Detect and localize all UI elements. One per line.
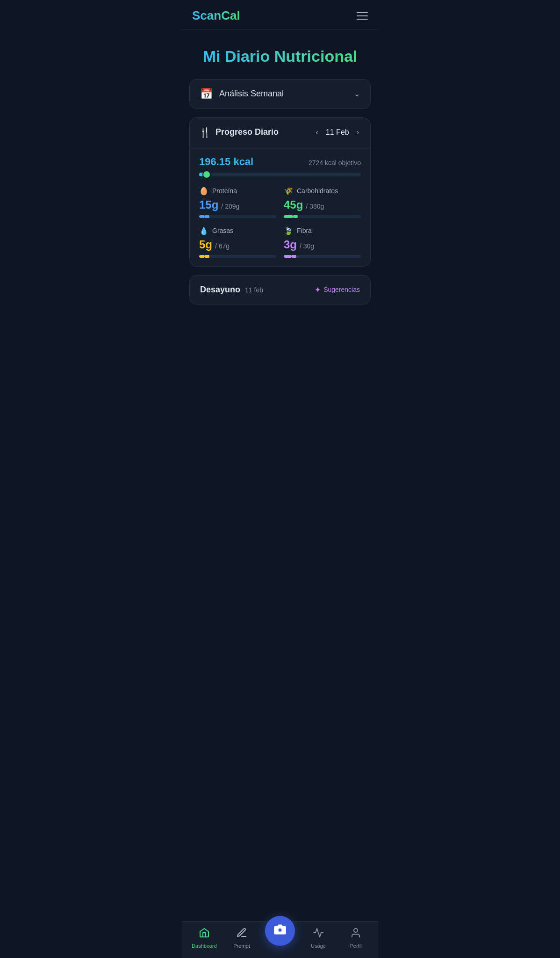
proteina-bar-fill: [199, 215, 205, 218]
calories-row: 196.15 kcal 2724 kcal objetivo: [199, 156, 361, 168]
fork-knife-icon: 🍴: [199, 127, 211, 138]
proteina-max: / 209g: [221, 203, 239, 210]
calories-bar-fill: [199, 173, 210, 176]
grasas-bar-fill: [199, 255, 205, 258]
proteina-value: 15g: [199, 198, 218, 211]
analysis-selector[interactable]: 📅 Análisis Semanal ⌄: [189, 79, 371, 109]
fibra-value: 3g: [284, 238, 297, 251]
fibra-icon: 🍃: [284, 226, 293, 235]
analysis-label: Análisis Semanal: [219, 89, 284, 99]
fibra-bar-fill: [284, 255, 292, 258]
desayuno-card: Desayuno 11 feb ✦ Sugerencias: [189, 275, 371, 305]
grasas-value-row: 5g / 67g: [199, 238, 276, 251]
fibra-max: / 30g: [300, 242, 314, 250]
next-date-button[interactable]: ›: [355, 126, 361, 138]
grasas-value: 5g: [199, 238, 212, 251]
page-title-section: Mi Diario Nutricional: [182, 30, 378, 79]
page-title: Mi Diario Nutricional: [192, 47, 368, 66]
carbohidratos-max: / 380g: [306, 203, 324, 210]
proteina-bar: [199, 215, 276, 218]
dropdown-left: 📅 Análisis Semanal: [200, 88, 284, 100]
carbohidratos-value: 45g: [284, 198, 303, 211]
sugerencias-button[interactable]: ✦ Sugerencias: [315, 285, 360, 294]
grasas-label: Grasas: [212, 227, 233, 234]
desayuno-left: Desayuno 11 feb: [200, 285, 263, 295]
calories-current: 196.15 kcal: [199, 156, 253, 168]
carbohidratos-label-row: 🌾 Carbohidratos: [284, 187, 361, 196]
svg-point-2: [354, 929, 358, 932]
desayuno-date: 11 feb: [245, 286, 263, 294]
proteina-label-row: 🥚 Proteína: [199, 187, 276, 196]
menu-button[interactable]: [357, 12, 368, 20]
calories-goal: 2724 kcal objetivo: [309, 159, 361, 167]
nutrient-proteina: 🥚 Proteína 15g / 209g: [199, 187, 276, 218]
nutrients-grid: 🥚 Proteína 15g / 209g 🌾 Carbohidratos 45…: [199, 187, 361, 258]
progreso-diario-card: 🍴 Progreso Diario ‹ 11 Feb › 196.15 kcal…: [189, 117, 371, 267]
progreso-header: 🍴 Progreso Diario ‹ 11 Feb ›: [199, 126, 361, 138]
app-header: ScanCal: [182, 0, 378, 30]
carbohidratos-bar: [284, 215, 361, 218]
edit-icon: [236, 927, 247, 941]
bottom-navigation: Dashboard Prompt Usage: [182, 921, 378, 958]
activity-icon: [313, 927, 324, 941]
nutrient-grasas: 💧 Grasas 5g / 67g: [199, 226, 276, 258]
usage-label: Usage: [311, 943, 326, 949]
app-logo: ScanCal: [192, 8, 240, 23]
camera-fab-button[interactable]: [265, 916, 295, 946]
nutrient-fibra: 🍃 Fibra 3g / 30g: [284, 226, 361, 258]
perfil-label: Perfil: [350, 943, 361, 949]
sparkle-icon: ✦: [315, 285, 321, 294]
nav-item-perfil[interactable]: Perfil: [342, 927, 370, 949]
grasas-label-row: 💧 Grasas: [199, 226, 276, 235]
fibra-label: Fibra: [297, 227, 312, 234]
chevron-down-icon: ⌄: [354, 89, 360, 98]
nav-item-prompt[interactable]: Prompt: [228, 927, 256, 949]
proteina-label: Proteína: [212, 187, 237, 195]
carbohidratos-value-row: 45g / 380g: [284, 198, 361, 211]
grasas-max: / 67g: [215, 242, 230, 250]
calories-progress-bar: [199, 173, 361, 176]
desayuno-title: Desayuno: [200, 285, 240, 295]
prompt-label: Prompt: [233, 943, 250, 949]
calendar-icon: 📅: [200, 88, 213, 100]
nav-item-usage[interactable]: Usage: [304, 927, 332, 949]
grasas-icon: 💧: [199, 226, 208, 235]
camera-icon: [273, 923, 287, 939]
proteina-value-row: 15g / 209g: [199, 198, 276, 211]
carbohidratos-icon: 🌾: [284, 187, 293, 196]
nutrient-carbohidratos: 🌾 Carbohidratos 45g / 380g: [284, 187, 361, 218]
nav-item-dashboard[interactable]: Dashboard: [190, 927, 218, 949]
fibra-bar: [284, 255, 361, 258]
prev-date-button[interactable]: ‹: [314, 126, 320, 138]
home-icon: [199, 927, 210, 941]
section-divider: [190, 147, 370, 147]
carbohidratos-label: Carbohidratos: [297, 187, 338, 195]
grasas-bar: [199, 255, 276, 258]
person-icon: [350, 927, 361, 941]
sugerencias-label: Sugerencias: [323, 286, 360, 293]
current-date: 11 Feb: [326, 128, 349, 137]
proteina-icon: 🥚: [199, 187, 208, 196]
date-navigation: ‹ 11 Feb ›: [314, 126, 361, 138]
progreso-title: Progreso Diario: [215, 127, 309, 137]
fibra-value-row: 3g / 30g: [284, 238, 361, 251]
carbohidratos-bar-fill: [284, 215, 293, 218]
dashboard-label: Dashboard: [192, 943, 217, 949]
fibra-label-row: 🍃 Fibra: [284, 226, 361, 235]
